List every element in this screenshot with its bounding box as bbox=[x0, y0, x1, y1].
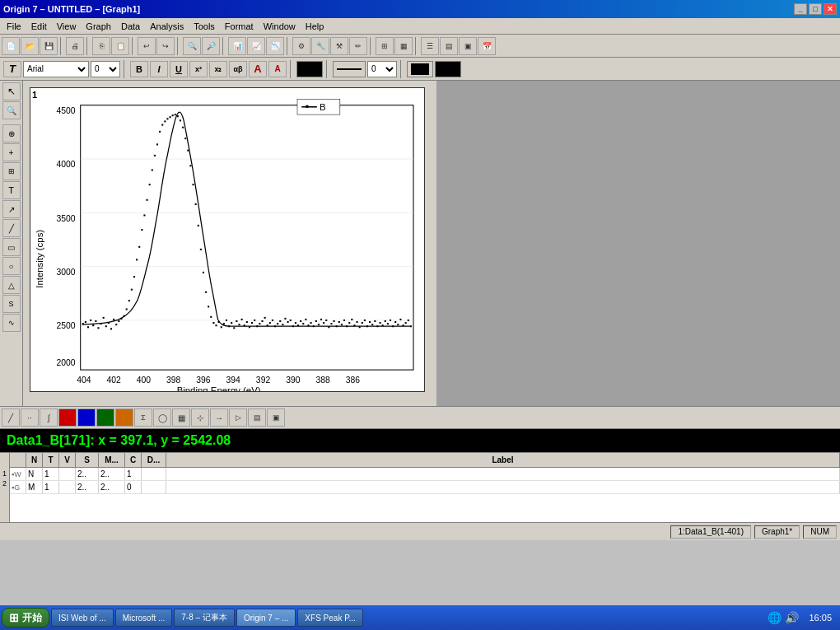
plot-blue-btn[interactable] bbox=[77, 408, 96, 427]
stats-btn[interactable]: Σ bbox=[134, 408, 152, 427]
select-data-btn[interactable]: ▷ bbox=[229, 408, 247, 427]
copy-btn[interactable]: ⎘ bbox=[92, 37, 110, 55]
close-button[interactable]: ✕ bbox=[824, 3, 837, 15]
row2-V bbox=[59, 481, 76, 493]
start-label: 开始 bbox=[22, 611, 42, 625]
font-style-T[interactable]: T bbox=[3, 61, 21, 77]
minimize-button[interactable]: _ bbox=[794, 3, 807, 15]
taskbar-notepad[interactable]: 7-8 – 记事本 bbox=[174, 609, 235, 627]
line-width-select[interactable]: 0 bbox=[367, 61, 397, 77]
font-size-down[interactable]: A bbox=[268, 61, 287, 77]
data-reader[interactable]: ⊞ bbox=[2, 162, 21, 180]
taskbar-xfs[interactable]: XFS Peak P... bbox=[297, 609, 363, 627]
underline-button[interactable]: U bbox=[170, 61, 188, 77]
svg-rect-92 bbox=[251, 322, 253, 324]
svg-rect-99 bbox=[269, 322, 271, 324]
font-color-picker[interactable] bbox=[296, 61, 323, 77]
taskbar-isi[interactable]: ISI Web of ... bbox=[51, 609, 114, 627]
tool-btn1[interactable]: ⚙ bbox=[292, 37, 310, 55]
zoom-tool[interactable]: 🔍 bbox=[2, 101, 21, 119]
circle-tool[interactable]: ○ bbox=[2, 257, 21, 275]
text-tool[interactable]: T bbox=[2, 181, 21, 199]
plot-orange-btn[interactable] bbox=[115, 408, 133, 427]
calendar-btn[interactable]: 📅 bbox=[478, 37, 496, 55]
menu-help[interactable]: Help bbox=[301, 20, 329, 33]
polygon-tool[interactable]: △ bbox=[2, 276, 21, 294]
font-size-select[interactable]: 0 bbox=[91, 61, 120, 77]
svg-text:3500: 3500 bbox=[56, 214, 75, 223]
zoom-in-btn[interactable]: 🔍 bbox=[183, 37, 201, 55]
font-family-select[interactable]: Arial bbox=[23, 61, 89, 77]
arrange-btn[interactable]: ☰ bbox=[421, 37, 439, 55]
tool-btn2[interactable]: 🔧 bbox=[311, 37, 329, 55]
graph-btn2[interactable]: 📈 bbox=[247, 37, 265, 55]
mask-btn[interactable]: ▤ bbox=[248, 408, 266, 427]
bar-plot-btn[interactable]: ▦ bbox=[172, 408, 190, 427]
toolbar-main: 📄 📂 💾 🖨 ⎘ 📋 ↩ ↪ 🔍 🔎 📊 📈 📉 ⚙ 🔧 ⚒ ✏ ⊞ ▦ ☰ … bbox=[0, 35, 840, 58]
tool-btn4[interactable]: ✏ bbox=[349, 37, 367, 55]
paste-btn[interactable]: 📋 bbox=[111, 37, 129, 55]
open-btn[interactable]: 📂 bbox=[21, 37, 39, 55]
vector-btn[interactable]: → bbox=[210, 408, 228, 427]
plot-green-btn[interactable] bbox=[96, 408, 114, 427]
line-style-picker[interactable] bbox=[333, 61, 366, 77]
font-size-up[interactable]: A bbox=[249, 61, 267, 77]
superscript-button[interactable]: x² bbox=[189, 61, 208, 77]
undo-btn[interactable]: ↩ bbox=[138, 37, 156, 55]
save-btn[interactable]: 💾 bbox=[40, 37, 58, 55]
draw-tool[interactable]: + bbox=[2, 143, 21, 161]
clear-mask-btn[interactable]: ▣ bbox=[267, 408, 285, 427]
select-tool[interactable]: ↖ bbox=[2, 82, 21, 100]
rect-tool[interactable]: ▭ bbox=[2, 238, 21, 256]
clock: 16:05 bbox=[802, 613, 838, 623]
draw-line-btn[interactable]: ╱ bbox=[2, 408, 20, 427]
svg-text:388: 388 bbox=[315, 376, 330, 385]
italic-button[interactable]: I bbox=[150, 61, 168, 77]
scatter-btn[interactable]: ⊹ bbox=[191, 408, 209, 427]
svg-rect-38 bbox=[113, 319, 114, 320]
select-btn[interactable]: ▦ bbox=[394, 37, 413, 55]
restore-button[interactable]: □ bbox=[809, 3, 822, 15]
subscript-button[interactable]: x₂ bbox=[209, 61, 227, 77]
taskbar-origin[interactable]: Origin 7 – ... bbox=[236, 609, 296, 627]
pan-tool[interactable]: ⊕ bbox=[2, 124, 21, 142]
table-header: N T V S M... C D... Label bbox=[10, 453, 840, 468]
zoom-out-btn[interactable]: 🔎 bbox=[202, 37, 220, 55]
menu-tools[interactable]: Tools bbox=[189, 20, 220, 33]
graph-btn1[interactable]: 📊 bbox=[228, 37, 246, 55]
pattern-picker[interactable] bbox=[407, 61, 433, 77]
tool-btn3[interactable]: ⚒ bbox=[330, 37, 348, 55]
draw-curve-btn[interactable]: ∫ bbox=[40, 408, 58, 427]
circle-plot-btn[interactable]: ◯ bbox=[153, 408, 171, 427]
menu-view[interactable]: View bbox=[52, 20, 82, 33]
menu-data[interactable]: Data bbox=[116, 20, 145, 33]
special-chars-button[interactable]: αβ bbox=[229, 61, 247, 77]
graph-btn3[interactable]: 📉 bbox=[266, 37, 284, 55]
menu-window[interactable]: Window bbox=[259, 20, 301, 33]
menu-format[interactable]: Format bbox=[220, 20, 259, 33]
layer-btn[interactable]: ▤ bbox=[440, 37, 458, 55]
menu-edit[interactable]: Edit bbox=[26, 20, 52, 33]
table-row: ▪W N 1 2.. 2.. 1 bbox=[10, 468, 840, 481]
plot-red-btn[interactable] bbox=[58, 408, 77, 427]
fit-btn[interactable]: ⊞ bbox=[376, 37, 394, 55]
line-tool[interactable]: ╱ bbox=[2, 219, 21, 237]
wave-tool[interactable]: ∿ bbox=[2, 314, 21, 332]
arrow-tool[interactable]: ↗ bbox=[2, 200, 21, 218]
menu-file[interactable]: File bbox=[2, 20, 26, 33]
svg-rect-46 bbox=[133, 276, 135, 278]
print-btn[interactable]: 🖨 bbox=[66, 37, 84, 55]
redo-btn[interactable]: ↪ bbox=[156, 37, 175, 55]
region-tool[interactable]: S bbox=[2, 295, 21, 313]
draw-points-btn[interactable]: ·∙ bbox=[21, 408, 39, 427]
svg-rect-157 bbox=[306, 105, 308, 108]
bold-button[interactable]: B bbox=[130, 61, 148, 77]
script-btn[interactable]: ▣ bbox=[459, 37, 477, 55]
menu-graph[interactable]: Graph bbox=[81, 20, 116, 33]
start-button[interactable]: ⊞ 开始 bbox=[2, 608, 49, 628]
menu-analysis[interactable]: Analysis bbox=[145, 20, 189, 33]
taskbar-microsoft[interactable]: Microsoft ... bbox=[115, 609, 173, 627]
new-btn[interactable]: 📄 bbox=[2, 37, 20, 55]
fill-color-picker[interactable] bbox=[435, 61, 461, 77]
svg-rect-107 bbox=[290, 320, 292, 321]
